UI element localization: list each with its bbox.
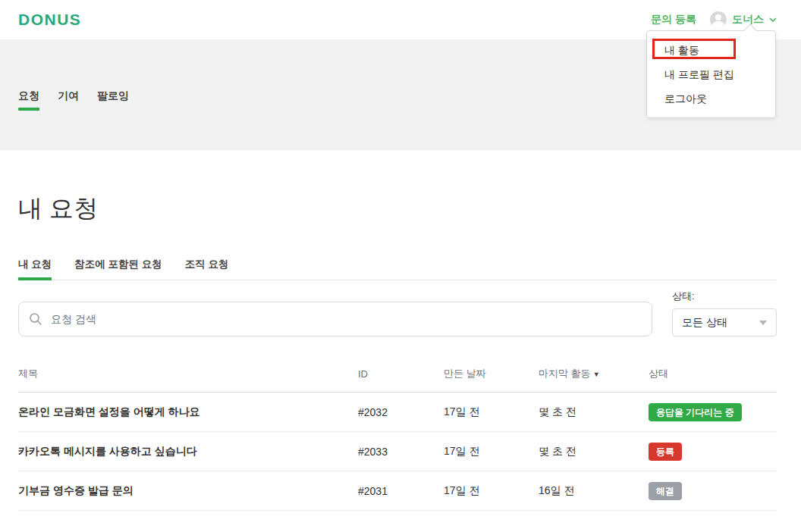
menu-item-my-activities[interactable]: 내 활동 xyxy=(647,38,775,62)
request-title[interactable]: 온라인 모금화면 설정을 어떻게 하나요 xyxy=(18,405,358,419)
sort-desc-icon: ▼ xyxy=(593,371,600,378)
request-created: 17일 전 xyxy=(444,445,539,458)
request-title[interactable]: 카카오톡 메시지를 사용하고 싶습니다 xyxy=(18,445,358,458)
status-badge: 응답을 기다리는 중 xyxy=(649,403,742,421)
table-row[interactable]: 온라인 모금화면 설정을 어떻게 하나요 #2032 17일 전 몇 초 전 응… xyxy=(18,393,777,432)
user-dropdown-menu: 내 활동 내 프로필 편집 로그아웃 xyxy=(646,30,776,118)
request-id: #2032 xyxy=(358,406,444,418)
tab-requests[interactable]: 요청 xyxy=(18,89,39,111)
top-nav: 문의 등록 도너스 xyxy=(651,11,777,28)
subtab-org-requests[interactable]: 조직 요청 xyxy=(185,258,229,280)
status-badge: 등록 xyxy=(649,443,682,461)
avatar-icon xyxy=(710,11,727,28)
request-created: 17일 전 xyxy=(444,405,539,419)
col-header-id[interactable]: ID xyxy=(358,368,444,380)
table-row[interactable]: 카카오톡 메시지를 사용하고 싶습니다 #2033 17일 전 몇 초 전 등록 xyxy=(18,432,777,471)
status-filter-label: 상태: xyxy=(672,289,777,303)
search-input[interactable] xyxy=(18,302,652,336)
user-menu-trigger[interactable]: 도너스 xyxy=(710,11,777,28)
requests-table: 제목 ID 만든 날짜 마지막 활동▼ 상태 온라인 모금화면 설정을 어떻게 … xyxy=(18,359,777,511)
tab-following[interactable]: 팔로잉 xyxy=(97,89,129,111)
status-filter-value: 모든 상태 xyxy=(682,316,727,330)
request-title[interactable]: 기부금 영수증 발급 문의 xyxy=(18,484,358,498)
col-header-created[interactable]: 만든 날짜 xyxy=(444,367,539,380)
subtab-my-requests[interactable]: 내 요청 xyxy=(18,258,52,280)
submit-request-link[interactable]: 문의 등록 xyxy=(651,13,696,27)
search-icon xyxy=(29,312,42,326)
chevron-down-icon xyxy=(769,16,777,23)
col-header-status[interactable]: 상태 xyxy=(649,367,777,380)
user-name: 도너스 xyxy=(732,13,764,27)
search-wrap xyxy=(18,302,652,336)
menu-item-logout[interactable]: 로그아웃 xyxy=(647,86,775,111)
select-caret-icon xyxy=(759,321,767,325)
request-id: #2033 xyxy=(358,446,444,458)
col-header-title[interactable]: 제목 xyxy=(18,367,358,380)
tab-contributions[interactable]: 기여 xyxy=(58,89,79,111)
table-row[interactable]: 기부금 영수증 발급 문의 #2031 17일 전 16일 전 해결 xyxy=(18,471,777,511)
status-filter-select[interactable]: 모든 상태 xyxy=(672,308,777,336)
donus-logo[interactable]: DONUS xyxy=(18,11,81,29)
col-header-last-activity[interactable]: 마지막 활동▼ xyxy=(539,367,649,380)
status-filter: 상태: 모든 상태 xyxy=(672,289,777,336)
status-badge: 해결 xyxy=(649,482,682,500)
col-header-last-activity-label: 마지막 활동 xyxy=(539,368,591,379)
main-content: 내 요청 내 요청 참조에 포함된 요청 조직 요청 상태: 모든 상태 제목 xyxy=(0,192,801,511)
request-last-activity: 몇 초 전 xyxy=(539,405,649,419)
request-last-activity: 몇 초 전 xyxy=(539,445,649,458)
subtab-ccd-requests[interactable]: 참조에 포함된 요청 xyxy=(74,258,162,280)
filter-controls: 상태: 모든 상태 xyxy=(18,289,777,336)
request-id: #2031 xyxy=(358,485,444,497)
hero-tabs: 요청 기여 팔로잉 xyxy=(18,89,129,111)
table-header-row: 제목 ID 만든 날짜 마지막 활동▼ 상태 xyxy=(18,359,777,393)
request-last-activity: 16일 전 xyxy=(539,484,649,498)
request-created: 17일 전 xyxy=(444,484,539,498)
request-sub-tabs: 내 요청 참조에 포함된 요청 조직 요청 xyxy=(18,258,777,280)
menu-item-edit-profile[interactable]: 내 프로필 편집 xyxy=(647,62,775,86)
page-title: 내 요청 xyxy=(18,192,777,226)
